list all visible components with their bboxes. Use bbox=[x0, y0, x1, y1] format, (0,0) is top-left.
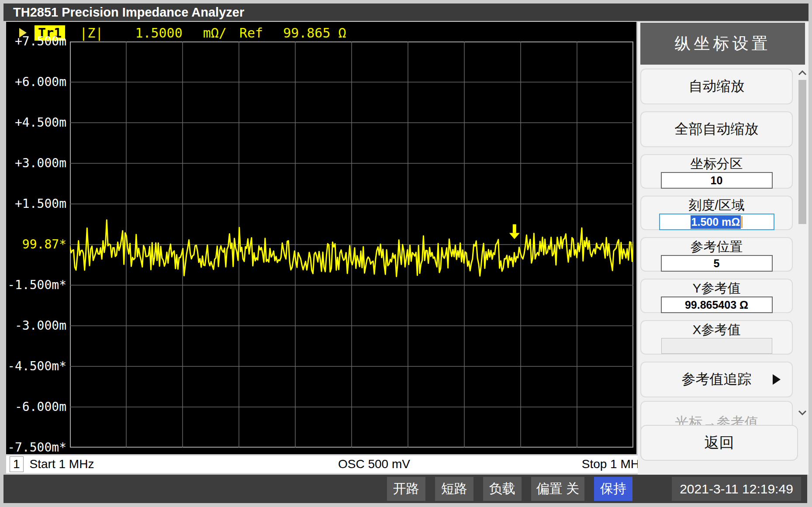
x-ref-value-field-label: X参考值 bbox=[641, 322, 792, 337]
marker-down-arrow-icon bbox=[509, 233, 520, 239]
scrollbar-thumb[interactable] bbox=[798, 80, 806, 224]
y-axis-label: +7.500m bbox=[6, 34, 66, 49]
panel-title: 纵坐标设置 bbox=[640, 23, 805, 65]
y-axis-label: +6.000m bbox=[6, 75, 66, 90]
osc-level-label: OSC 500 mV bbox=[338, 455, 410, 473]
trace-param-readout: |Z| bbox=[79, 25, 103, 41]
ref-position-field-input[interactable]: 5 bbox=[661, 255, 773, 272]
scale-per-div-field-label: 刻度/区域 bbox=[641, 198, 792, 213]
instrument-screen: TH2851 Precision Impedance Analyzer Tr1 … bbox=[0, 0, 812, 507]
y-axis-label: 99.87* bbox=[6, 237, 66, 252]
y-axis-label: -4.500m* bbox=[6, 359, 66, 374]
y-axis-label: +1.500m bbox=[6, 197, 66, 211]
y-ref-value-field-label: Y参考值 bbox=[641, 281, 792, 296]
toolbar-button-保持[interactable]: 保持 bbox=[594, 477, 632, 501]
scroll-down-icon[interactable] bbox=[798, 407, 807, 418]
divisions-field: 坐标分区10 bbox=[640, 154, 793, 189]
bottom-toolbar: 开路短路负载偏置 关保持 2021-3-11 12:19:49 bbox=[3, 475, 807, 503]
selected-input-text: 1.500 mΩ bbox=[691, 215, 741, 229]
x-ref-value-field-input bbox=[661, 338, 772, 354]
toolbar-button-偏置关[interactable]: 偏置 关 bbox=[531, 477, 584, 501]
channel-indicator: 1 bbox=[10, 456, 24, 472]
ref-position-field: 参考位置5 bbox=[640, 237, 793, 272]
auto-scale-all-button[interactable]: 全部自动缩放 bbox=[640, 111, 793, 147]
plot-grid-region bbox=[70, 41, 633, 448]
auto-scale-all-button-label: 全部自动缩放 bbox=[675, 120, 759, 139]
ref-tracking-button[interactable]: 参考值追踪 bbox=[640, 362, 793, 397]
panel-sections: 自动缩放全部自动缩放坐标分区10刻度/区域1.500 mΩ参考位置5Y参考值99… bbox=[640, 69, 793, 397]
divisions-field-label: 坐标分区 bbox=[641, 156, 792, 171]
y-axis-label: -6.000m bbox=[6, 400, 66, 414]
x-ref-value-field: X参考值 bbox=[640, 320, 793, 355]
submenu-arrow-icon bbox=[773, 374, 781, 385]
y-axis-label: -7.500m* bbox=[6, 440, 66, 455]
y-axis-label: +3.000m bbox=[6, 156, 66, 171]
scroll-up-icon[interactable] bbox=[798, 68, 807, 78]
divisions-field-input[interactable]: 10 bbox=[661, 172, 773, 189]
system-clock: 2021-3-11 12:19:49 bbox=[672, 477, 801, 501]
stop-frequency-label: Stop 1 MHz bbox=[582, 455, 646, 473]
panel-scrollbar[interactable] bbox=[798, 68, 807, 418]
y-ref-value-field: Y参考值99.865403 Ω bbox=[640, 279, 793, 313]
toolbar-button-负载[interactable]: 负载 bbox=[483, 477, 522, 501]
scale-per-div-field-input[interactable]: 1.500 mΩ bbox=[659, 214, 774, 230]
y-axis-label: +4.500m bbox=[6, 115, 66, 130]
impedance-trace-plot bbox=[70, 41, 633, 448]
y-ref-value-field-input[interactable]: 99.865403 Ω bbox=[661, 297, 773, 313]
window-title: TH2851 Precision Impedance Analyzer bbox=[3, 3, 809, 21]
trace-scale-readout: 1.5000 bbox=[135, 25, 182, 41]
sweep-status-strip: 1 Start 1 MHz OSC 500 mV Stop 1 MHz bbox=[6, 455, 651, 474]
trace-scale-unit: mΩ/ bbox=[203, 25, 227, 41]
back-button[interactable]: 返回 bbox=[640, 425, 798, 461]
text-caret bbox=[741, 216, 743, 228]
toolbar-button-短路[interactable]: 短路 bbox=[435, 477, 473, 501]
y-axis-labels: +7.500m+6.000m+4.500m+3.000m+1.500m99.87… bbox=[6, 41, 68, 448]
y-axis-label: -3.000m bbox=[6, 318, 66, 333]
trace-ref-label: Ref bbox=[239, 25, 263, 41]
y-axis-label: -1.500m* bbox=[6, 278, 66, 293]
vertical-axis-settings-panel: 纵坐标设置 自动缩放全部自动缩放坐标分区10刻度/区域1.500 mΩ参考位置5… bbox=[638, 22, 809, 475]
start-frequency-label: Start 1 MHz bbox=[30, 455, 94, 473]
toolbar-button-开路[interactable]: 开路 bbox=[387, 477, 425, 501]
toolbar-buttons: 开路短路负载偏置 关保持 bbox=[387, 477, 642, 501]
trace-ref-value: 99.865 Ω bbox=[283, 25, 346, 41]
trace-header: Tr1 |Z| 1.5000 mΩ/ Ref 99.865 Ω bbox=[6, 24, 636, 42]
scale-per-div-field: 刻度/区域1.500 mΩ bbox=[640, 196, 793, 230]
ref-position-field-label: 参考位置 bbox=[641, 239, 792, 254]
ref-tracking-button-label: 参考值追踪 bbox=[682, 370, 752, 389]
auto-scale-button-label: 自动缩放 bbox=[689, 77, 745, 96]
impedance-plot-area: Tr1 |Z| 1.5000 mΩ/ Ref 99.865 Ω +7.500m+… bbox=[6, 22, 636, 454]
auto-scale-button[interactable]: 自动缩放 bbox=[640, 69, 793, 104]
